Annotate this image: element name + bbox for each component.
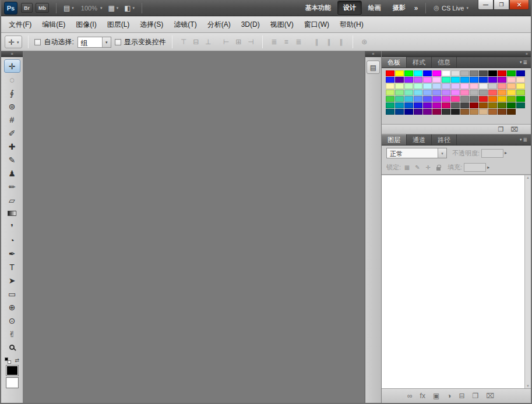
workspace-button[interactable]: 摄影 <box>387 1 411 15</box>
show-transform-controls-checkbox[interactable]: 显示变换控件 <box>115 37 166 47</box>
color-swatch[interactable] <box>507 77 516 83</box>
color-swatch[interactable] <box>442 70 450 76</box>
opacity-field[interactable] <box>481 149 503 158</box>
lock-pixels-icon[interactable]: ✎ <box>414 164 421 172</box>
color-swatch[interactable] <box>432 83 441 89</box>
workspace-button[interactable]: 设计 <box>337 1 362 15</box>
blend-mode-dropdown[interactable]: 正常 ▾ <box>386 148 447 158</box>
color-swatch[interactable] <box>460 77 469 83</box>
type-tool[interactable]: T <box>4 260 20 274</box>
color-swatch[interactable] <box>395 77 404 83</box>
panel-tab[interactable]: 路径 <box>432 134 457 145</box>
color-swatch[interactable] <box>414 102 422 108</box>
color-swatch[interactable] <box>451 109 460 115</box>
collapsed-panel-button[interactable]: ▤ <box>367 61 380 74</box>
color-swatch[interactable] <box>488 90 497 95</box>
distribute-bottom-edges-icon[interactable]: ≣ <box>293 36 304 48</box>
default-colors-icon[interactable] <box>5 357 11 364</box>
color-swatch[interactable] <box>414 70 422 76</box>
menu-item[interactable]: 分析(A) <box>202 17 236 33</box>
gradient-tool[interactable] <box>4 207 20 220</box>
color-swatch[interactable] <box>395 109 404 115</box>
color-swatch[interactable] <box>432 109 441 115</box>
color-swatch[interactable] <box>488 96 497 102</box>
color-swatch[interactable] <box>442 102 450 108</box>
color-swatch[interactable] <box>498 70 506 76</box>
color-swatch[interactable] <box>498 90 506 95</box>
auto-select-checkbox[interactable]: 自动选择: <box>34 37 73 47</box>
color-swatch[interactable] <box>460 83 469 89</box>
color-swatch[interactable] <box>414 90 422 95</box>
panel-menu-icon[interactable]: ▾≣ <box>516 134 531 145</box>
color-swatch[interactable] <box>386 70 394 76</box>
color-swatch[interactable] <box>470 109 478 115</box>
color-swatch[interactable] <box>442 109 450 115</box>
delete-swatch-button[interactable]: ⌧ <box>510 126 518 133</box>
panel-tab[interactable]: 色板 <box>382 57 407 68</box>
swap-colors-icon[interactable]: ⇄ <box>15 358 19 363</box>
fill-field[interactable] <box>464 163 486 172</box>
color-swatch[interactable] <box>507 90 516 95</box>
color-swatch[interactable] <box>386 109 394 115</box>
color-swatch[interactable] <box>395 70 404 76</box>
color-swatch[interactable] <box>479 90 488 95</box>
minimize-button[interactable]: — <box>478 0 494 10</box>
scroll-up-icon[interactable]: ▲ <box>526 176 530 179</box>
color-swatch[interactable] <box>395 83 404 89</box>
color-swatch[interactable] <box>432 70 441 76</box>
move-tool[interactable]: ✛ <box>4 59 20 73</box>
color-swatch[interactable] <box>507 109 516 115</box>
menu-item[interactable]: 帮助(H) <box>334 17 369 33</box>
color-swatch[interactable] <box>470 83 478 89</box>
adjustment-layer-button[interactable]: ◑ <box>447 392 451 399</box>
workspace-button[interactable]: 基本功能 <box>300 1 336 15</box>
color-swatch[interactable] <box>516 70 525 76</box>
screen-mode-button[interactable]: ◧ ▾ <box>121 3 138 13</box>
align-bottom-edges-icon[interactable]: ⊥ <box>203 36 214 48</box>
dodge-tool[interactable]: ◔ <box>4 233 20 247</box>
color-swatch[interactable] <box>479 83 488 89</box>
3d-object-rotate-tool[interactable]: ⊕ <box>4 300 20 314</box>
crop-tool[interactable]: # <box>4 113 20 126</box>
menu-item[interactable]: 文件(F) <box>3 17 37 33</box>
color-swatch[interactable] <box>479 70 488 76</box>
color-swatch[interactable] <box>516 77 525 83</box>
zoom-level-dropdown[interactable]: 100% ▾ <box>77 3 105 13</box>
foreground-color-swatch[interactable] <box>6 366 18 375</box>
menu-item[interactable]: 滤镜(T) <box>168 17 202 33</box>
panel-tab[interactable]: 通道 <box>407 134 432 145</box>
color-swatch[interactable] <box>432 77 441 83</box>
color-swatch[interactable] <box>488 70 497 76</box>
new-swatch-button[interactable]: ❐ <box>498 126 503 133</box>
color-swatch[interactable] <box>386 83 394 89</box>
blur-tool[interactable]: ❜ <box>4 220 20 233</box>
panel-tab[interactable]: 信息 <box>432 57 457 68</box>
eyedropper-tool[interactable]: ✐ <box>4 126 20 140</box>
color-swatch[interactable] <box>404 70 413 76</box>
color-swatch[interactable] <box>498 96 506 102</box>
pen-tool[interactable]: ✒ <box>4 247 20 260</box>
launch-bridge-button[interactable]: Br <box>21 3 33 13</box>
lock-position-icon[interactable]: ✛ <box>424 164 432 172</box>
color-swatch[interactable] <box>442 83 450 89</box>
tool-preset-picker[interactable]: ✛ ▾ <box>5 36 22 48</box>
fill-slider-arrow[interactable]: ▸ <box>487 165 489 170</box>
color-swatch[interactable] <box>423 77 432 83</box>
color-swatch[interactable] <box>395 96 404 102</box>
distribute-horizontal-centers-icon[interactable]: ∥ <box>323 36 334 48</box>
align-horizontal-centers-icon[interactable]: ⊞ <box>233 36 244 48</box>
distribute-vertical-centers-icon[interactable]: ≡ <box>281 36 292 48</box>
color-swatch[interactable] <box>442 77 450 83</box>
color-swatch[interactable] <box>451 83 460 89</box>
align-vertical-centers-icon[interactable]: ⊟ <box>191 36 202 48</box>
menu-item[interactable]: 选择(S) <box>135 17 168 33</box>
color-swatch[interactable] <box>414 77 422 83</box>
restore-button[interactable]: ❐ <box>494 0 509 10</box>
new-layer-button[interactable]: ❐ <box>473 392 479 399</box>
workspace-overflow-button[interactable]: » <box>411 3 422 13</box>
color-swatch[interactable] <box>451 90 460 95</box>
color-swatch[interactable] <box>516 90 525 95</box>
color-swatch[interactable] <box>423 102 432 108</box>
color-swatch[interactable] <box>470 70 478 76</box>
panel-menu-icon[interactable]: ▾≣ <box>516 57 531 68</box>
